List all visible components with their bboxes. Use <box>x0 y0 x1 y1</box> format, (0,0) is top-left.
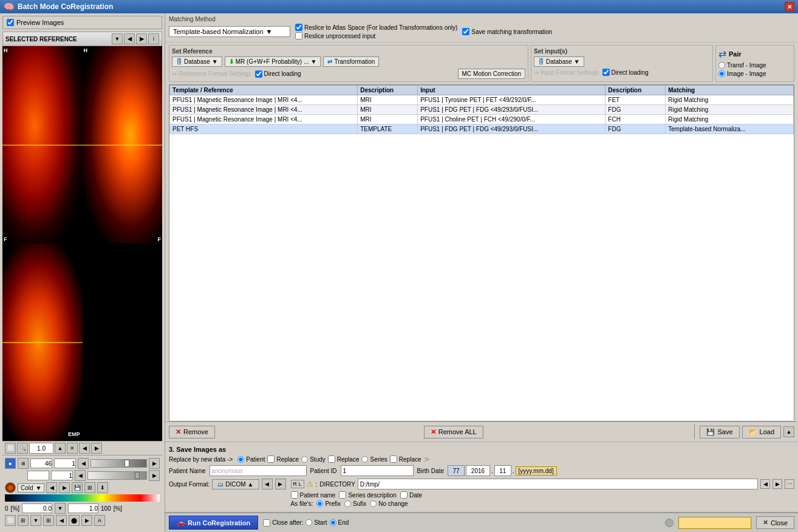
output-prev-button[interactable]: ◀ <box>262 479 273 489</box>
birth-dd-input[interactable] <box>448 465 465 476</box>
contrast-slider[interactable] <box>87 471 147 480</box>
view-mode-6[interactable]: ⬤ <box>69 515 80 526</box>
zoom-out-button[interactable]: 🔍 <box>17 443 28 454</box>
view-mode-7[interactable]: ▶ <box>81 515 92 526</box>
patient-radio[interactable] <box>237 456 244 463</box>
patient-name-input[interactable] <box>210 465 307 476</box>
close-after-row: Close after: Start End <box>263 519 349 527</box>
slider2-left-button[interactable]: ◀ <box>75 470 86 481</box>
nav-left-button[interactable]: ◀ <box>79 443 90 454</box>
slider-left-button[interactable]: ◀ <box>78 458 89 469</box>
ref-transformation-button[interactable]: ⇄ Transformation <box>323 56 379 67</box>
preview-images-checkbox[interactable] <box>7 19 14 26</box>
transform-radio-group: Transf - Image Image - Image <box>718 62 791 77</box>
dicom-button[interactable]: 🗂 DICOM ▲ <box>212 479 259 489</box>
transf-image-radio[interactable] <box>718 62 725 69</box>
no-change-radio[interactable] <box>370 500 377 507</box>
slider2-right-button[interactable]: ▶ <box>149 470 160 481</box>
table-row[interactable]: PFUS1 | Magnetic Resonance Image | MRI <… <box>170 105 794 115</box>
series-radio[interactable] <box>361 456 368 463</box>
zoom-up-button[interactable]: ▲ <box>55 443 66 454</box>
birth-yyyy-input[interactable] <box>466 465 490 476</box>
color-next-button[interactable]: ▶ <box>59 482 70 493</box>
remove-button[interactable]: ✕ Remove <box>169 426 215 438</box>
color-num-input2[interactable] <box>54 459 76 468</box>
range-min-input[interactable] <box>22 503 52 513</box>
suffix-radio-group: Sufix <box>344 500 366 507</box>
run-coregistration-button[interactable]: 🚗 Run CoRegistration <box>169 516 258 530</box>
replace3-checkbox[interactable] <box>390 455 397 463</box>
dir-next-button[interactable]: ▶ <box>772 479 782 489</box>
color-num-input3[interactable] <box>27 471 49 480</box>
study-radio[interactable] <box>301 456 308 463</box>
table-row[interactable]: PFUS1 | Magnetic Resonance Image | MRI <… <box>170 115 794 124</box>
brightness-slider[interactable] <box>90 459 147 468</box>
reslice-unprocessed-checkbox[interactable] <box>295 32 302 39</box>
ref-mr-button[interactable]: ⬇ MR (G+W+F Probability) ... ▼ <box>225 56 321 67</box>
save-matching-checkbox[interactable] <box>462 28 469 35</box>
view-toggle-button[interactable]: ⬜ <box>5 443 16 454</box>
ref-info-button[interactable]: i <box>148 33 159 44</box>
output-next-button[interactable]: ▶ <box>275 479 286 489</box>
load-button[interactable]: 📂 Load <box>742 426 781 438</box>
colon-separator: : <box>316 481 318 488</box>
prefix-radio[interactable] <box>316 500 323 507</box>
color-controls: ■ ⊞ ◀ ▶ ◀ ▶ <box>2 455 162 530</box>
method-select-button[interactable]: Template-based Normalization ▼ <box>169 26 290 37</box>
view-mode-4[interactable]: ⊞ <box>43 515 54 526</box>
range-down-button[interactable]: ▼ <box>55 503 66 514</box>
table-cell: PFUS1 | Tyrosine PET | FET <49/292/0/F..… <box>418 95 605 105</box>
view-mode-1[interactable]: ⬜ <box>5 515 16 526</box>
as-files-row: As file's: Prefix Sufix No change <box>291 500 795 507</box>
image-image-radio[interactable] <box>718 70 725 77</box>
close-window-button[interactable]: ✕ <box>785 2 794 12</box>
color-num-input4[interactable] <box>51 471 73 480</box>
dir-prev-button[interactable]: ◀ <box>760 479 770 489</box>
patient-id-input[interactable] <box>341 465 414 476</box>
brain-label-h-top-2: H <box>84 47 88 53</box>
input-format-label: Input Format Settings <box>541 69 599 76</box>
close-after-checkbox[interactable] <box>263 519 270 527</box>
ref-database-button[interactable]: 🗄 Database ▼ <box>172 56 222 67</box>
ref-dropdown-button[interactable]: ▼ <box>112 33 123 44</box>
zoom-input[interactable] <box>29 443 53 454</box>
date-chk[interactable] <box>400 491 408 499</box>
save-button[interactable]: 💾 Save <box>700 426 739 438</box>
view-mode-2[interactable]: ⊞ <box>18 515 29 526</box>
input-direct-loading-checkbox[interactable] <box>602 69 610 76</box>
replace2-checkbox[interactable] <box>328 455 335 463</box>
motion-correction-button[interactable]: MC Motion Correction <box>458 69 525 79</box>
ref-prev-button[interactable]: ◀ <box>124 33 135 44</box>
start-radio[interactable] <box>305 519 312 526</box>
suffix-radio[interactable] <box>344 500 351 507</box>
reslice-atlas-checkbox[interactable] <box>295 24 302 31</box>
table-row[interactable]: PET HFSTEMPLATEPFUS1 | FDG PET | FDG <49… <box>170 124 794 134</box>
directory-input[interactable] <box>358 479 758 489</box>
color-grid-button[interactable]: ⊞ <box>84 482 95 493</box>
birth-mm-input[interactable] <box>494 465 511 476</box>
end-radio[interactable] <box>330 519 336 526</box>
series-desc-chk[interactable] <box>339 491 346 499</box>
color-num-input1[interactable] <box>30 459 52 468</box>
view-mode-3[interactable]: ▼ <box>30 515 41 526</box>
remove-all-button[interactable]: ✕ Remove ALL <box>424 426 483 438</box>
slider-right-button[interactable]: ▶ <box>149 458 160 469</box>
table-row[interactable]: PFUS1 | Magnetic Resonance Image | MRI <… <box>170 95 794 105</box>
view-mode-5[interactable]: ◀ <box>56 515 67 526</box>
view-mode-8[interactable]: A <box>94 515 105 526</box>
patient-name-chk[interactable] <box>291 491 298 499</box>
color-more-button[interactable]: ⬇ <box>97 482 108 493</box>
color-selector[interactable]: Cold ▼ <box>18 483 44 493</box>
range-max-input[interactable] <box>68 503 98 513</box>
color-prev-button[interactable]: ◀ <box>46 482 57 493</box>
nav-right-button[interactable]: ▶ <box>91 443 102 454</box>
input-database-button[interactable]: 🗄 Database ▼ <box>534 56 584 67</box>
replace1-checkbox[interactable] <box>267 455 275 463</box>
expand-button[interactable]: ▲ <box>783 426 794 437</box>
color-save-button[interactable]: 💾 <box>72 482 83 493</box>
ref-next-button[interactable]: ▶ <box>136 33 147 44</box>
close-view-button[interactable]: ✕ <box>67 443 78 454</box>
close-main-button[interactable]: ✕ Close <box>756 516 794 529</box>
ref-direct-loading-checkbox[interactable] <box>255 70 262 78</box>
dir-more-button[interactable]: ⋯ <box>785 479 794 489</box>
